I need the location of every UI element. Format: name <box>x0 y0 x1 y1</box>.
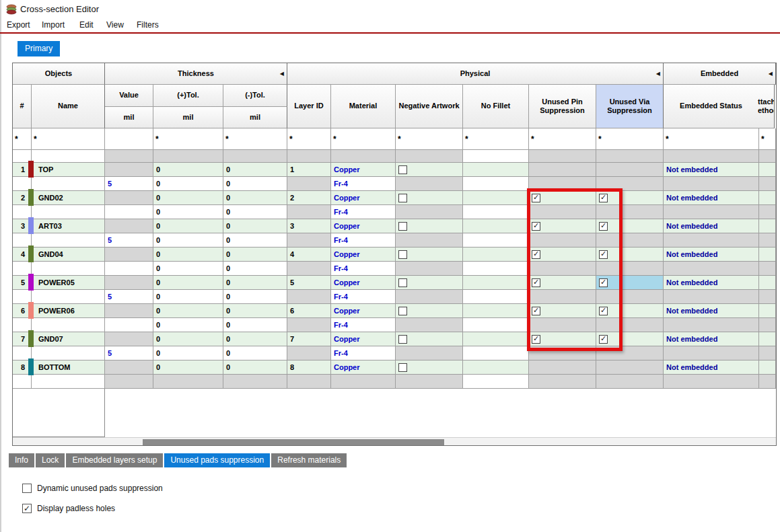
layer-name-cell-bottom[interactable]: BOTTOM <box>32 360 105 375</box>
option-checkbox-display-padless-holes[interactable] <box>22 504 32 513</box>
negative-artwork-checkbox[interactable] <box>398 307 407 315</box>
bottom-tab-embedded-layers-setup[interactable]: Embedded layers setup <box>66 453 163 467</box>
via-suppression-checkbox[interactable] <box>599 250 608 259</box>
dielectric-ntol-cell[interactable]: 0 <box>223 290 287 304</box>
embedded-status-cell[interactable]: Not embedded <box>664 219 759 233</box>
negative-artwork-cell[interactable] <box>396 360 463 375</box>
via-suppression-cell-art03[interactable] <box>596 219 664 233</box>
negative-artwork-checkbox[interactable] <box>398 165 407 174</box>
pin-suppression-cell-art03[interactable] <box>529 219 596 233</box>
layer-name-cell-gnd04[interactable]: GND04 <box>32 248 105 262</box>
dielectric-value-cell[interactable]: 5 <box>105 233 153 248</box>
layer-id-cell[interactable]: 4 <box>287 248 331 262</box>
filter-cell-ntol[interactable]: * <box>223 128 287 150</box>
dielectric-material-cell[interactable]: Fr-4 <box>331 177 396 191</box>
embedded-status-cell[interactable]: Not embedded <box>664 191 759 205</box>
dielectric-ptol-cell[interactable]: 0 <box>153 262 223 276</box>
filter-cell-attach-method[interactable]: * <box>759 128 776 150</box>
horizontal-scrollbar-thumb[interactable] <box>143 439 444 445</box>
pin-suppression-checkbox[interactable] <box>532 250 540 259</box>
minus-tol-cell[interactable]: 0 <box>223 248 287 262</box>
no-fillet-cell[interactable] <box>463 360 529 375</box>
embedded-status-cell[interactable]: Not embedded <box>664 332 759 346</box>
filter-cell-ptol[interactable]: * <box>153 128 223 150</box>
menu-view[interactable]: View <box>106 20 124 30</box>
minus-tol-cell[interactable]: 0 <box>223 276 287 290</box>
negative-artwork-cell[interactable] <box>396 191 463 205</box>
bottom-tab-lock[interactable]: Lock <box>36 453 65 467</box>
collapse-arrow-icon[interactable]: ◀ <box>769 71 773 77</box>
filter-cell-negative-artwork[interactable]: * <box>396 128 463 150</box>
plus-tol-cell[interactable]: 0 <box>153 332 223 346</box>
negative-artwork-checkbox[interactable] <box>398 335 407 344</box>
layer-name-cell-gnd02[interactable]: GND02 <box>32 191 105 205</box>
material-cell[interactable]: Copper <box>331 248 396 262</box>
negative-artwork-cell[interactable] <box>396 163 463 177</box>
no-fillet-cell[interactable] <box>463 163 529 177</box>
embedded-status-cell[interactable]: Not embedded <box>664 248 759 262</box>
via-suppression-checkbox[interactable] <box>599 194 608 202</box>
pin-suppression-checkbox[interactable] <box>532 222 540 231</box>
layer-name-cell-gnd07[interactable]: GND07 <box>32 332 105 346</box>
filter-cell-embedded-status[interactable]: * <box>664 128 759 150</box>
pin-suppression-cell-power05[interactable] <box>529 276 596 290</box>
plus-tol-cell[interactable]: 0 <box>153 304 223 318</box>
pin-suppression-checkbox[interactable] <box>532 194 540 202</box>
dielectric-value-cell[interactable]: 5 <box>105 346 153 360</box>
embedded-status-cell[interactable]: Not embedded <box>664 276 759 290</box>
material-cell[interactable]: Copper <box>331 304 396 318</box>
via-suppression-checkbox[interactable] <box>599 222 608 231</box>
dielectric-material-cell[interactable]: Fr-4 <box>331 346 396 360</box>
dielectric-value-cell[interactable]: 5 <box>105 290 153 304</box>
via-suppression-cell-gnd02[interactable] <box>596 191 664 205</box>
layer-id-cell[interactable]: 3 <box>287 219 331 233</box>
material-cell[interactable]: Copper <box>331 191 396 205</box>
via-suppression-checkbox[interactable] <box>599 335 608 344</box>
via-suppression-cell-power06[interactable] <box>596 304 664 318</box>
minus-tol-cell[interactable]: 0 <box>223 219 287 233</box>
via-suppression-cell-gnd04[interactable] <box>596 248 664 262</box>
layer-id-cell[interactable]: 5 <box>287 276 331 290</box>
material-cell[interactable]: Copper <box>331 332 396 346</box>
filter-cell-material[interactable]: * <box>331 128 396 150</box>
layer-id-cell[interactable]: 8 <box>287 360 331 375</box>
pin-suppression-cell-gnd07[interactable] <box>529 332 596 346</box>
dielectric-ptol-cell[interactable]: 0 <box>153 233 223 248</box>
no-fillet-cell[interactable] <box>463 332 529 346</box>
bottom-tab-info[interactable]: Info <box>9 453 34 467</box>
negative-artwork-cell[interactable] <box>396 332 463 346</box>
filter-cell-pin-suppression[interactable]: * <box>529 128 596 150</box>
material-cell[interactable]: Copper <box>331 276 396 290</box>
filter-cell-via-suppression[interactable]: * <box>596 128 664 150</box>
option-checkbox-dynamic-unused-pads-suppression[interactable] <box>22 484 32 493</box>
negative-artwork-checkbox[interactable] <box>398 194 407 202</box>
dielectric-material-cell[interactable]: Fr-4 <box>331 290 396 304</box>
plus-tol-cell[interactable]: 0 <box>153 163 223 177</box>
layer-id-cell[interactable]: 7 <box>287 332 331 346</box>
dielectric-ptol-cell[interactable]: 0 <box>153 346 223 360</box>
plus-tol-cell[interactable]: 0 <box>153 276 223 290</box>
pin-suppression-cell-gnd04[interactable] <box>529 248 596 262</box>
embedded-status-cell[interactable]: Not embedded <box>664 304 759 318</box>
dielectric-ntol-cell[interactable]: 0 <box>223 346 287 360</box>
dielectric-ntol-cell[interactable]: 0 <box>223 233 287 248</box>
embedded-status-cell[interactable]: Not embedded <box>664 163 759 177</box>
negative-artwork-checkbox[interactable] <box>398 222 407 231</box>
layer-name-cell-top[interactable]: TOP <box>32 163 105 177</box>
no-fillet-cell[interactable] <box>463 248 529 262</box>
layer-id-cell[interactable]: 1 <box>287 163 331 177</box>
pin-suppression-checkbox[interactable] <box>532 307 540 315</box>
menu-edit[interactable]: Edit <box>79 20 94 30</box>
dielectric-ntol-cell[interactable]: 0 <box>223 318 287 332</box>
dielectric-value-cell[interactable] <box>105 262 153 276</box>
dielectric-material-cell[interactable]: Fr-4 <box>331 262 396 276</box>
no-fillet-cell[interactable] <box>463 219 529 233</box>
layer-name-cell-power05[interactable]: POWER05 <box>32 276 105 290</box>
dielectric-ptol-cell[interactable]: 0 <box>153 318 223 332</box>
negative-artwork-cell[interactable] <box>396 276 463 290</box>
layer-name-cell-art03[interactable]: ART03 <box>32 219 105 233</box>
plus-tol-cell[interactable]: 0 <box>153 360 223 375</box>
via-suppression-cell-power05[interactable] <box>596 276 664 290</box>
minus-tol-cell[interactable]: 0 <box>223 304 287 318</box>
pin-suppression-cell-gnd02[interactable] <box>529 191 596 205</box>
